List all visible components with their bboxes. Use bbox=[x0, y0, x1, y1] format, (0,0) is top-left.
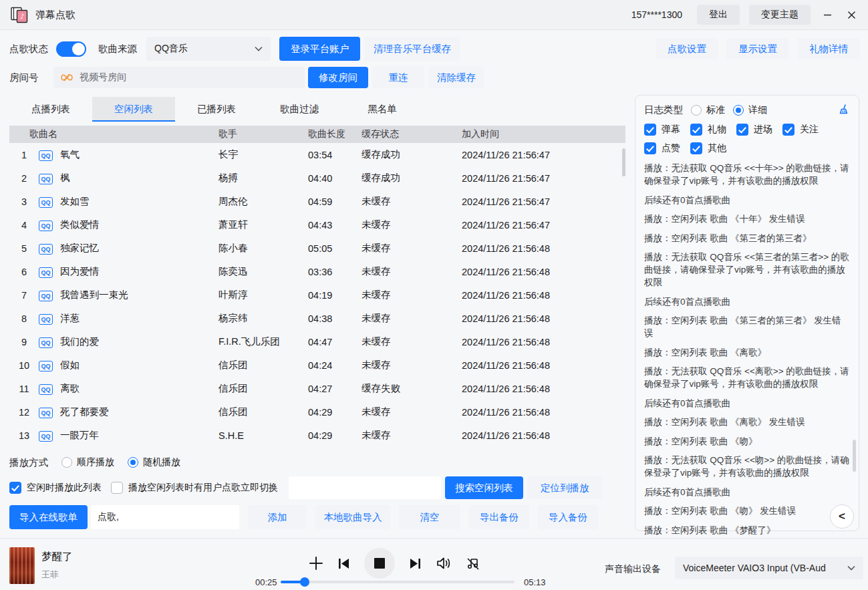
table-row[interactable]: 10QQ假如信乐团04:24未缓存2024/11/26 21:56:48 bbox=[9, 353, 625, 377]
room-input[interactable]: 视频号房间 bbox=[53, 67, 305, 88]
output-device-select[interactable]: VoiceMeeter VAIO3 Input (VB-Aud bbox=[675, 557, 863, 579]
log-entry: 播放：无法获取 QQ音乐 <<第三者的第三者>> 的歌曲链接，请确保登录了vip… bbox=[644, 251, 850, 289]
export-backup-button[interactable]: 导出备份 bbox=[469, 505, 529, 529]
mode-sequential-label: 顺序播放 bbox=[77, 456, 114, 468]
log-type-standard-option[interactable]: 标准 bbox=[691, 104, 725, 116]
cell-source: QQ bbox=[39, 313, 60, 325]
import-online-playlist-button[interactable]: 导入在线歌单 bbox=[9, 505, 88, 529]
local-import-button[interactable]: 本地歌曲导入 bbox=[315, 505, 390, 529]
radio-icon bbox=[61, 457, 72, 468]
collapse-panel-button[interactable]: < bbox=[830, 504, 854, 529]
import-backup-button[interactable]: 导入备份 bbox=[538, 505, 598, 529]
log-filter-弹幕[interactable]: 弹幕 bbox=[644, 124, 680, 136]
table-row[interactable]: 3QQ发如雪周杰伦04:59未缓存2024/11/26 21:56:47 bbox=[9, 190, 625, 213]
volume-icon[interactable] bbox=[436, 556, 452, 571]
header-add-time: 加入时间 bbox=[462, 128, 625, 140]
stop-button[interactable] bbox=[364, 548, 395, 579]
now-playing-artist: 王菲 bbox=[41, 569, 59, 581]
table-row[interactable]: 9QQ我们的爱F.I.R.飞儿乐团04:47未缓存2024/11/26 21:5… bbox=[9, 330, 625, 353]
reconnect-button[interactable]: 重连 bbox=[372, 67, 424, 88]
log-scrollbar[interactable] bbox=[853, 440, 856, 472]
table-row[interactable]: 6QQ因为爱情陈奕迅03:36未缓存2024/11/26 21:56:48 bbox=[9, 260, 625, 283]
source-select[interactable]: QQ音乐 bbox=[146, 37, 271, 61]
cell-source: QQ bbox=[39, 430, 60, 442]
qq-music-icon: QQ bbox=[39, 150, 53, 161]
table-row[interactable]: 11QQ离歌信乐团04:27缓存失败2024/11/26 21:56:48 bbox=[9, 377, 625, 400]
tab-4-黑名单[interactable]: 黑名单 bbox=[341, 97, 424, 121]
modify-room-button[interactable]: 修改房间 bbox=[308, 67, 368, 88]
table-row[interactable]: 2QQ枫杨搏04:40缓存成功2024/11/26 21:56:47 bbox=[9, 166, 625, 190]
header-song-name: 歌曲名 bbox=[9, 128, 219, 140]
cell-cache-status: 未缓存 bbox=[361, 429, 462, 442]
minimize-button[interactable] bbox=[817, 5, 837, 25]
login-platform-button[interactable]: 登录平台账户 bbox=[279, 37, 360, 61]
tab-3-歌曲过滤[interactable]: 歌曲过滤 bbox=[258, 97, 341, 121]
log-filter-礼物[interactable]: 礼物 bbox=[690, 124, 726, 136]
checkbox-checked-icon bbox=[736, 124, 748, 136]
mode-sequential-option[interactable]: 顺序播放 bbox=[61, 456, 114, 468]
progress-slider[interactable] bbox=[281, 581, 515, 583]
import-row: 导入在线歌单 添加 本地歌曲导入 清空 导出备份 导入备份 bbox=[9, 505, 625, 529]
table-row[interactable]: 5QQ独家记忆陈小春05:05未缓存2024/11/26 21:56:48 bbox=[9, 237, 625, 260]
cell-song-name: 氧气 bbox=[60, 148, 219, 161]
clear-music-cache-button[interactable]: 清理音乐平台缓存 bbox=[364, 37, 460, 61]
qq-music-icon: QQ bbox=[39, 197, 53, 208]
table-scrollbar[interactable] bbox=[622, 148, 625, 176]
tab-1-空闲列表[interactable]: 空闲列表 bbox=[92, 97, 175, 121]
progress-thumb[interactable] bbox=[300, 577, 309, 587]
request-prefix-input[interactable] bbox=[91, 505, 239, 529]
table-row[interactable]: 1QQ氧气长宇03:54缓存成功2024/11/26 21:56:47 bbox=[9, 143, 625, 166]
clear-cache-button[interactable]: 清除缓存 bbox=[428, 67, 484, 88]
search-idle-list-button[interactable]: 搜索空闲列表 bbox=[445, 476, 523, 499]
cell-index: 8 bbox=[9, 313, 39, 324]
display-settings-button[interactable]: 显示设置 bbox=[726, 38, 789, 59]
change-theme-button[interactable]: 变更主题 bbox=[749, 5, 811, 25]
log-type-detailed-option[interactable]: 详细 bbox=[733, 104, 767, 116]
switch-on-request-label: 播放空闲列表时有用户点歌立即切换 bbox=[128, 482, 278, 494]
switch-on-request-checkbox[interactable]: 播放空闲列表时有用户点歌立即切换 bbox=[111, 482, 278, 494]
desktop-lyrics-off-icon[interactable] bbox=[466, 557, 480, 571]
table-row[interactable]: 7QQ我曾遇到一束光叶斯淳04:19未缓存2024/11/26 21:56:48 bbox=[9, 283, 625, 307]
log-type-standard-label: 标准 bbox=[706, 104, 725, 116]
cell-artist: 陈奕迅 bbox=[219, 265, 308, 278]
close-icon bbox=[847, 11, 856, 19]
add-button[interactable]: 添加 bbox=[248, 505, 307, 529]
log-entry: 后续还有0首点播歌曲 bbox=[644, 397, 850, 410]
table-row[interactable]: 13QQ一眼万年S.H.E04:29未缓存2024/11/26 21:56:48 bbox=[9, 424, 625, 447]
log-filter-row: 弹幕礼物进场关注点赞其他 bbox=[644, 124, 850, 154]
qq-music-icon: QQ bbox=[39, 314, 53, 325]
next-button[interactable] bbox=[409, 557, 422, 570]
mode-random-option[interactable]: 随机播放 bbox=[128, 456, 180, 468]
locate-playing-button[interactable]: 定位到播放 bbox=[527, 476, 603, 499]
clear-log-broom-icon[interactable] bbox=[837, 104, 850, 116]
idle-search-input[interactable] bbox=[289, 476, 441, 499]
cell-duration: 04:59 bbox=[308, 196, 361, 207]
cell-song-name: 类似爱情 bbox=[60, 218, 219, 231]
table-row[interactable]: 8QQ洋葱杨宗纬04:38未缓存2024/11/26 21:56:48 bbox=[9, 307, 625, 330]
album-art bbox=[9, 547, 35, 584]
table-row[interactable]: 4QQ类似爱情萧亚轩04:43未缓存2024/11/26 21:56:47 bbox=[9, 213, 625, 237]
gift-details-button[interactable]: 礼物详情 bbox=[797, 38, 860, 59]
idle-play-checkbox[interactable]: 空闲时播放此列表 bbox=[9, 482, 102, 494]
table-row[interactable]: 12QQ死了都要爱信乐团04:29未缓存2024/11/26 21:56:48 bbox=[9, 400, 625, 424]
idle-play-label: 空闲时播放此列表 bbox=[27, 482, 102, 494]
cell-index: 1 bbox=[9, 150, 39, 160]
cell-add-time: 2024/11/26 21:56:47 bbox=[462, 196, 625, 207]
tab-2-已播列表[interactable]: 已播列表 bbox=[175, 97, 258, 121]
song-status-toggle[interactable] bbox=[56, 41, 86, 57]
logout-button[interactable]: 登出 bbox=[697, 5, 740, 25]
tab-0-点播列表[interactable]: 点播列表 bbox=[9, 97, 92, 121]
log-filter-其他[interactable]: 其他 bbox=[690, 142, 726, 154]
previous-button[interactable] bbox=[337, 557, 350, 570]
log-entry: 播放：空闲列表 歌曲 《十年》 发生错误 bbox=[644, 212, 850, 225]
close-button[interactable] bbox=[841, 5, 861, 25]
cell-cache-status: 未缓存 bbox=[361, 218, 462, 231]
song-status-label: 点歌状态 bbox=[9, 43, 48, 55]
clear-list-button[interactable]: 清空 bbox=[399, 505, 460, 529]
log-filter-关注[interactable]: 关注 bbox=[782, 124, 819, 136]
qq-music-icon: QQ bbox=[39, 361, 53, 372]
song-settings-button[interactable]: 点歌设置 bbox=[656, 38, 718, 59]
add-song-button[interactable] bbox=[309, 556, 323, 571]
log-filter-进场[interactable]: 进场 bbox=[736, 124, 772, 136]
log-filter-点赞[interactable]: 点赞 bbox=[644, 142, 680, 154]
